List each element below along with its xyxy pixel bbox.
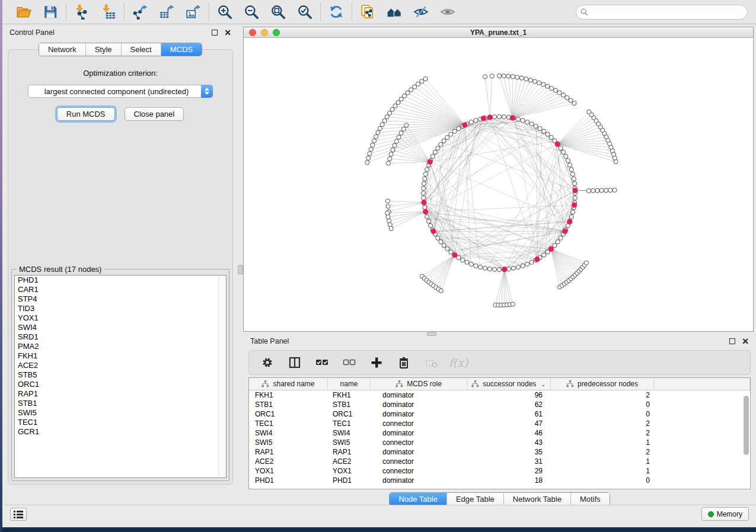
cell-predecessor_nodes[interactable]: 2 [551, 390, 654, 400]
create-column-button[interactable] [369, 355, 384, 370]
mcds-result-item[interactable]: TID3 [15, 304, 226, 313]
cell-predecessor_nodes[interactable]: 1 [551, 457, 654, 466]
first-neighbors-button[interactable] [386, 4, 403, 20]
table-row[interactable]: RAP1RAP1dominator352 [249, 447, 750, 457]
cell-mcds_role[interactable]: dominator [371, 447, 467, 457]
zoom-out-button[interactable] [243, 4, 260, 20]
cell-name[interactable]: TEC1 [328, 419, 371, 428]
table-row[interactable]: PHD1PHD1dominator180 [249, 476, 750, 485]
cell-successor_nodes[interactable]: 43 [467, 438, 551, 447]
list-scrollbar[interactable] [218, 275, 226, 477]
mcds-result-item[interactable]: SRD1 [15, 332, 226, 342]
criterion-dropdown[interactable]: largest connected component (undirected) [28, 85, 213, 98]
cell-predecessor_nodes[interactable]: 0 [551, 400, 654, 409]
cell-successor_nodes[interactable]: 47 [467, 419, 551, 428]
export-network-button[interactable] [132, 4, 148, 20]
cell-mcds_role[interactable]: connector [371, 466, 467, 476]
mcds-result-item[interactable]: TEC1 [15, 418, 226, 427]
cell-successor_nodes[interactable]: 31 [467, 457, 551, 466]
vertical-splitter-handle[interactable] [238, 265, 243, 274]
table-row[interactable]: YOX1YOX1connector291 [249, 466, 750, 476]
cell-successor_nodes[interactable]: 61 [467, 409, 551, 419]
cell-predecessor_nodes[interactable]: 1 [551, 438, 654, 447]
tab-select[interactable]: Select [121, 43, 161, 56]
mcds-result-item[interactable]: PHD1 [15, 275, 226, 285]
cell-shared_name[interactable]: FKH1 [249, 390, 328, 400]
tab-node-table[interactable]: Node Table [390, 493, 446, 505]
cell-predecessor_nodes[interactable]: 2 [551, 428, 654, 438]
cell-name[interactable]: SWI5 [328, 438, 371, 447]
cell-shared_name[interactable]: YOX1 [249, 466, 328, 476]
run-mcds-button[interactable]: Run MCDS [57, 107, 115, 121]
cell-name[interactable]: STB1 [328, 400, 371, 409]
cell-name[interactable]: ACE2 [328, 457, 371, 466]
network-canvas[interactable] [244, 38, 753, 331]
mcds-result-item[interactable]: STP4 [15, 294, 226, 304]
tab-style[interactable]: Style [85, 43, 121, 56]
table-row[interactable]: ACE2ACE2connector311 [249, 457, 750, 466]
close-table-panel-icon[interactable]: ✕ [742, 338, 749, 344]
new-network-from-selection-button[interactable] [359, 4, 376, 20]
zoom-fit-button[interactable] [270, 4, 286, 20]
cell-mcds_role[interactable]: connector [371, 438, 467, 447]
delete-column-button[interactable] [396, 355, 412, 370]
cell-shared_name[interactable]: SWI5 [249, 438, 328, 447]
cell-shared_name[interactable]: PHD1 [249, 476, 328, 485]
mcds-result-item[interactable]: GCR1 [15, 427, 226, 437]
search-input[interactable] [576, 5, 748, 20]
export-image-button[interactable] [185, 4, 202, 20]
column-header-MCDS-role[interactable]: MCDS role [371, 378, 467, 390]
close-panel-icon[interactable]: ✕ [224, 30, 231, 36]
memory-button[interactable]: Memory [701, 507, 749, 521]
cell-successor_nodes[interactable]: 29 [467, 466, 551, 476]
cell-predecessor_nodes[interactable]: 2 [551, 447, 654, 457]
zoom-in-button[interactable] [216, 4, 233, 20]
close-window-icon[interactable] [249, 29, 256, 36]
cell-mcds_role[interactable]: dominator [371, 428, 467, 438]
cell-name[interactable]: PHD1 [328, 476, 371, 485]
cell-name[interactable]: SWI4 [328, 428, 371, 438]
table-row[interactable]: SWI4SWI4dominator462 [249, 428, 750, 438]
cell-predecessor_nodes[interactable]: 0 [551, 409, 654, 419]
mcds-result-item[interactable]: PMA2 [15, 342, 226, 351]
mcds-result-item[interactable]: ORC1 [15, 380, 226, 389]
cell-shared_name[interactable]: RAP1 [249, 447, 328, 457]
import-table-button[interactable] [100, 4, 117, 20]
cell-shared_name[interactable]: TEC1 [249, 419, 328, 428]
table-settings-gear-button[interactable] [260, 355, 275, 370]
show-columns-button[interactable] [287, 355, 302, 370]
table-row[interactable]: STB1STB1dominator620 [249, 400, 750, 409]
select-all-columns-button[interactable] [314, 355, 330, 370]
table-scrollbar[interactable] [743, 392, 749, 488]
float-table-panel-icon[interactable] [729, 338, 735, 344]
tab-motifs[interactable]: Motifs [570, 493, 610, 505]
cell-successor_nodes[interactable]: 35 [467, 447, 551, 457]
table-row[interactable]: FKH1FKH1dominator962 [249, 390, 750, 400]
table-row[interactable]: ORC1ORC1dominator610 [249, 409, 750, 419]
cell-name[interactable]: ORC1 [328, 409, 371, 419]
cell-mcds_role[interactable]: dominator [371, 390, 467, 400]
cell-name[interactable]: FKH1 [328, 390, 371, 400]
cell-shared_name[interactable]: SWI4 [249, 428, 328, 438]
mcds-result-item[interactable]: CAR1 [15, 285, 226, 294]
cell-mcds_role[interactable]: dominator [371, 409, 467, 419]
mcds-result-item[interactable]: STB1 [15, 399, 226, 408]
zoom-selected-button[interactable] [296, 4, 313, 20]
apply-layout-button[interactable] [328, 4, 344, 20]
cell-shared_name[interactable]: STB1 [249, 400, 328, 409]
cell-successor_nodes[interactable]: 62 [467, 400, 551, 409]
table-row[interactable]: TEC1TEC1connector472 [249, 419, 750, 428]
mcds-result-item[interactable]: ACE2 [15, 361, 226, 370]
cell-successor_nodes[interactable]: 46 [467, 428, 551, 438]
mcds-result-item[interactable]: YOX1 [15, 313, 226, 323]
horizontal-splitter-handle[interactable] [427, 332, 436, 336]
tab-network-table[interactable]: Network Table [503, 493, 570, 505]
cell-predecessor_nodes[interactable]: 1 [551, 466, 654, 476]
tab-edge-table[interactable]: Edge Table [446, 493, 503, 505]
cell-successor_nodes[interactable]: 96 [467, 390, 551, 400]
float-panel-icon[interactable] [212, 30, 218, 36]
table-row[interactable]: SWI5SWI5connector431 [249, 438, 750, 447]
cell-name[interactable]: YOX1 [328, 466, 371, 476]
cell-predecessor_nodes[interactable]: 2 [551, 419, 654, 428]
cell-shared_name[interactable]: ACE2 [249, 457, 328, 466]
